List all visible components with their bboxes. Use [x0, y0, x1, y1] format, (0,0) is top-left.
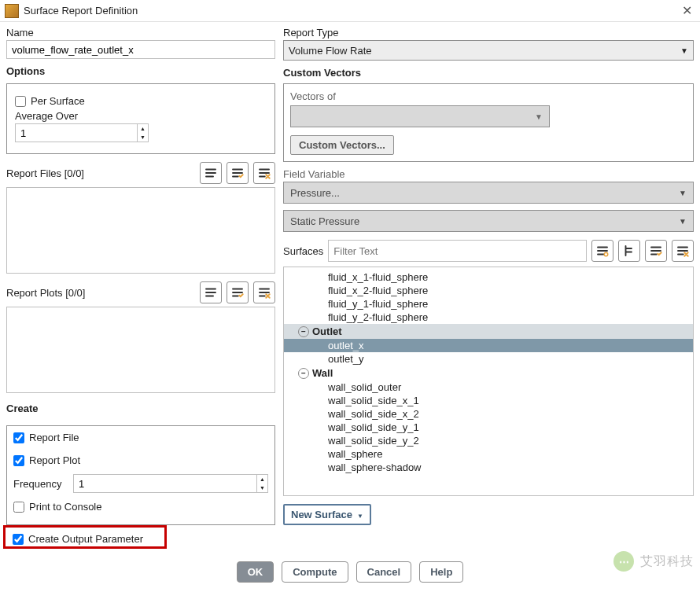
chevron-up-icon: ▲	[138, 124, 148, 133]
report-type-combo[interactable]: Volume Flow Rate▼	[283, 40, 694, 61]
report-file-checkbox[interactable]: Report File	[13, 432, 268, 443]
chevron-down-icon: ▼	[357, 513, 363, 520]
report-files-list[interactable]	[6, 187, 275, 274]
custom-vectors-group: Vectors of ▼ Custom Vectors...	[283, 83, 694, 162]
new-surface-button[interactable]: New Surface▼	[283, 504, 371, 525]
list-check-icon[interactable]	[227, 162, 249, 184]
list-item[interactable]: wall_solid_side_y_1	[284, 421, 693, 434]
ok-button[interactable]: OK	[237, 561, 274, 583]
name-input[interactable]	[6, 40, 275, 59]
list-remove-icon[interactable]	[253, 281, 275, 303]
report-plots-header: Report Plots [0/0]	[6, 287, 85, 299]
name-label: Name	[6, 27, 275, 39]
list-item[interactable]: fluid_x_1-fluid_sphere	[284, 270, 693, 284]
titlebar: Surface Report Definition ✕	[0, 0, 700, 22]
deselect-all-icon[interactable]	[672, 240, 694, 262]
tree-group-wall[interactable]: −Wall	[284, 366, 693, 381]
options-title: Options	[6, 64, 275, 80]
surfaces-tree[interactable]: fluid_x_1-fluid_sphere fluid_x_2-fluid_s…	[284, 267, 693, 495]
list-remove-icon[interactable]	[253, 162, 275, 184]
print-console-checkbox[interactable]: Print to Console	[13, 501, 268, 513]
list-item[interactable]: wall_solid_outer	[284, 381, 693, 394]
svg-point-0	[604, 252, 608, 256]
avg-over-label: Average Over	[15, 110, 267, 122]
field-variable-combo-1[interactable]: Pressure...▼	[283, 182, 694, 204]
list-icon[interactable]	[200, 162, 222, 184]
select-all-icon[interactable]	[645, 240, 667, 262]
per-surface-checkbox[interactable]: Per Surface	[15, 95, 267, 107]
window-title: Surface Report Definition	[24, 5, 138, 17]
create-group: Report File Report Plot Frequency ▲▼ Pri…	[6, 425, 275, 525]
tree-icon[interactable]	[618, 240, 640, 262]
custom-vectors-button[interactable]: Custom Vectors...	[290, 135, 394, 155]
vectors-of-combo[interactable]: ▼	[290, 105, 550, 127]
compute-button[interactable]: Compute	[282, 561, 348, 583]
options-group: Per Surface Average Over ▲▼	[6, 83, 275, 154]
wechat-icon: ⋯	[613, 551, 634, 572]
vectors-of-label: Vectors of	[290, 90, 550, 102]
close-icon[interactable]: ✕	[679, 3, 695, 18]
list-item[interactable]: wall_sphere	[284, 447, 693, 461]
surfaces-label: Surfaces	[283, 245, 323, 257]
list-item[interactable]: fluid_x_2-fluid_sphere	[284, 284, 693, 297]
frequency-label: Frequency	[13, 478, 70, 490]
report-type-label: Report Type	[283, 27, 694, 39]
app-icon	[5, 4, 19, 18]
chevron-down-icon: ▼	[680, 46, 688, 55]
list-item[interactable]: fluid_y_2-fluid_sphere	[284, 311, 693, 324]
tree-group-outlet[interactable]: −Outlet	[284, 324, 693, 339]
list-item[interactable]: wall_solid_side_x_1	[284, 394, 693, 407]
collapse-icon: −	[298, 326, 309, 337]
chevron-down-icon: ▼	[138, 133, 148, 142]
list-item[interactable]: wall_solid_side_x_2	[284, 407, 693, 421]
watermark: ⋯ 艾羽科技	[613, 551, 694, 572]
surfaces-filter-input[interactable]	[328, 240, 587, 262]
create-title: Create	[6, 401, 275, 417]
list-item[interactable]: wall_sphere-shadow	[284, 461, 693, 474]
report-files-header: Report Files [0/0]	[6, 167, 84, 179]
field-variable-label: Field Variable	[283, 168, 694, 180]
list-item[interactable]: wall_solid_side_y_2	[284, 434, 693, 447]
help-button[interactable]: Help	[419, 561, 463, 583]
list-item-selected[interactable]: outlet_x	[284, 339, 693, 352]
report-plot-checkbox[interactable]: Report Plot	[13, 454, 268, 466]
cancel-button[interactable]: Cancel	[356, 561, 412, 583]
list-item[interactable]: outlet_y	[284, 352, 693, 366]
list-icon[interactable]	[200, 281, 222, 303]
report-plots-list[interactable]	[6, 307, 275, 393]
custom-vectors-title: Custom Vectors	[283, 65, 694, 82]
create-output-param-checkbox[interactable]: Create Output Parameter	[13, 533, 269, 545]
frequency-spinner[interactable]: ▲▼	[73, 474, 268, 493]
list-check-icon[interactable]	[227, 281, 249, 303]
filter-icon[interactable]	[591, 240, 613, 262]
collapse-icon: −	[298, 368, 309, 379]
avg-over-spinner[interactable]: ▲▼	[15, 123, 149, 142]
list-item[interactable]: fluid_y_1-fluid_sphere	[284, 297, 693, 311]
field-variable-combo-2[interactable]: Static Pressure▼	[283, 210, 694, 232]
